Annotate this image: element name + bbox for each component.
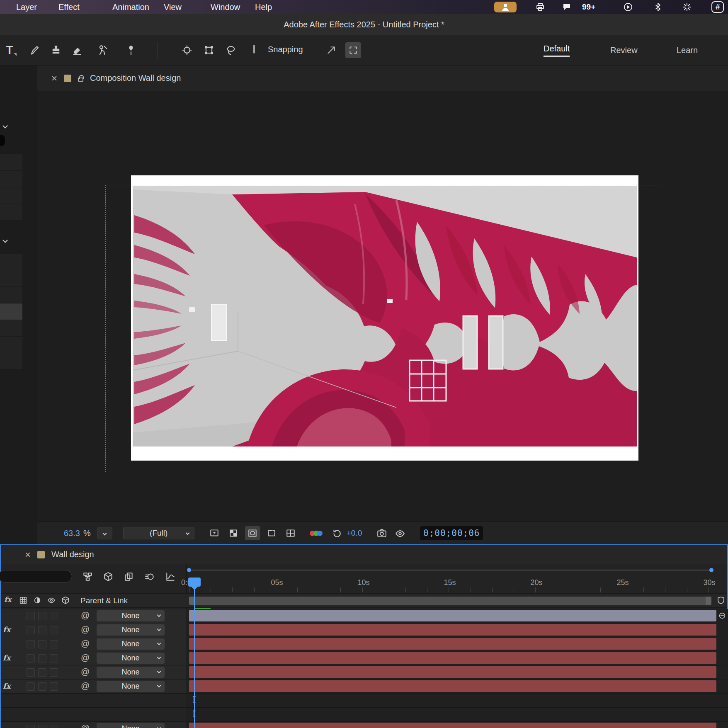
panel-chevron-down[interactable] bbox=[3, 122, 7, 129]
snapshot-button[interactable] bbox=[374, 526, 389, 540]
bluetooth-icon[interactable] bbox=[653, 2, 662, 12]
layer-switch[interactable] bbox=[27, 668, 35, 677]
playhead-marker[interactable] bbox=[188, 578, 201, 587]
menu-layer[interactable]: Layer bbox=[16, 0, 37, 14]
layer-duration-bar[interactable] bbox=[189, 680, 716, 692]
snap-edges-button[interactable] bbox=[323, 42, 339, 58]
workspace-tab-default[interactable]: Default bbox=[544, 35, 570, 66]
crosshair-tool-button[interactable] bbox=[179, 42, 195, 58]
zoom-value[interactable]: 63.3 bbox=[64, 529, 80, 538]
channels-button[interactable] bbox=[310, 531, 323, 536]
fx-switch[interactable]: fx bbox=[3, 682, 10, 690]
layer-duration-bar[interactable] bbox=[189, 652, 716, 664]
parent-dropdown[interactable]: None bbox=[97, 638, 165, 650]
menu-view[interactable]: View bbox=[164, 0, 182, 14]
parent-pickwhip-icon[interactable]: @ bbox=[81, 610, 90, 620]
current-timecode[interactable]: 0;00;00;06 bbox=[420, 526, 483, 540]
layer-switch[interactable] bbox=[38, 668, 46, 677]
layer-switch[interactable] bbox=[50, 612, 58, 620]
lock-icon[interactable] bbox=[78, 78, 83, 82]
layer-switch[interactable] bbox=[38, 682, 46, 691]
hash-menu-icon[interactable]: # bbox=[711, 1, 724, 13]
lasso-tool-button[interactable] bbox=[223, 42, 239, 58]
layer-switch[interactable] bbox=[50, 725, 58, 728]
layer-switch[interactable] bbox=[38, 626, 46, 634]
playhead-line[interactable] bbox=[194, 587, 195, 728]
workspace-tab-review[interactable]: Review bbox=[610, 35, 638, 66]
parent-pickwhip-icon[interactable]: @ bbox=[81, 638, 90, 648]
close-tab-icon[interactable]: × bbox=[51, 73, 57, 83]
layer-duration-bar[interactable] bbox=[189, 624, 716, 636]
layer-duration-bar[interactable] bbox=[189, 610, 716, 621]
resolution-dropdown[interactable]: (Full) bbox=[123, 527, 194, 539]
printer-icon[interactable] bbox=[536, 2, 545, 12]
zoom-dropdown[interactable] bbox=[97, 527, 112, 539]
layer-switch[interactable] bbox=[50, 626, 58, 634]
panel-grip[interactable] bbox=[0, 135, 5, 146]
exposure-value[interactable]: +0.0 bbox=[347, 529, 362, 538]
fx-switch[interactable]: fx bbox=[3, 625, 10, 634]
blend-mode-column-icon[interactable] bbox=[33, 596, 41, 604]
eraser-tool-button[interactable] bbox=[69, 42, 85, 58]
layer-duration-bar[interactable] bbox=[189, 638, 716, 650]
navigator-end-handle[interactable] bbox=[709, 568, 713, 572]
reset-exposure-button[interactable] bbox=[329, 526, 344, 540]
layer-duration-bar[interactable] bbox=[189, 666, 716, 678]
draft-3d-button[interactable] bbox=[103, 572, 113, 582]
timeline-navigator[interactable] bbox=[189, 570, 711, 570]
type-tool-button[interactable]: T bbox=[2, 42, 17, 58]
collapse-transformations-icon[interactable] bbox=[718, 612, 726, 620]
layer-switch[interactable] bbox=[38, 654, 46, 662]
parent-dropdown[interactable]: None bbox=[97, 681, 165, 692]
toggle-mask-button[interactable] bbox=[245, 526, 260, 540]
snap-frame-button[interactable] bbox=[345, 42, 361, 58]
layer-switch[interactable] bbox=[38, 612, 46, 620]
layer-switch[interactable] bbox=[27, 612, 35, 620]
grid-column-icon[interactable] bbox=[19, 596, 27, 604]
timeline-tab-bar[interactable]: × Wall design bbox=[1, 545, 727, 564]
layer-switch[interactable] bbox=[38, 640, 46, 648]
navigator-start-handle[interactable] bbox=[187, 568, 191, 572]
composition-tab-title[interactable]: Composition Wall design bbox=[90, 73, 181, 83]
comp-marker-bin-icon[interactable] bbox=[716, 596, 726, 605]
show-snapshot-button[interactable] bbox=[393, 526, 408, 540]
region-of-interest-button[interactable] bbox=[264, 526, 279, 540]
parent-pickwhip-icon[interactable]: @ bbox=[81, 624, 90, 634]
fx-column-icon[interactable]: fx bbox=[4, 595, 11, 604]
parent-dropdown[interactable]: None bbox=[97, 610, 165, 621]
layer-switch[interactable] bbox=[27, 640, 35, 648]
motion-blur-button[interactable] bbox=[145, 572, 155, 582]
parent-dropdown[interactable]: None bbox=[97, 723, 165, 728]
layer-switch[interactable] bbox=[27, 654, 35, 662]
quality-column-icon[interactable] bbox=[47, 596, 56, 604]
track-points-tool-button[interactable] bbox=[201, 42, 217, 58]
work-area-end-handle[interactable] bbox=[706, 597, 711, 605]
parent-pickwhip-icon[interactable]: @ bbox=[81, 653, 90, 662]
screen-share-indicator[interactable] bbox=[494, 2, 517, 12]
layer-switch[interactable] bbox=[27, 725, 35, 728]
frame-blending-button[interactable] bbox=[124, 572, 134, 582]
brush-tool-button[interactable] bbox=[27, 42, 43, 58]
graph-editor-button[interactable] bbox=[165, 572, 175, 582]
transparency-grid-button[interactable] bbox=[226, 526, 241, 540]
comp-mini-flowchart-button[interactable] bbox=[83, 572, 92, 582]
timeline-tab-title[interactable]: Wall design bbox=[51, 550, 94, 559]
work-area-bar[interactable] bbox=[189, 597, 711, 605]
parent-pickwhip-icon[interactable]: @ bbox=[81, 723, 90, 728]
layer-switch[interactable] bbox=[38, 725, 46, 728]
layer-switch[interactable] bbox=[50, 654, 58, 662]
close-tab-icon[interactable]: × bbox=[25, 550, 31, 560]
menu-window[interactable]: Window bbox=[211, 0, 240, 14]
fan-icon[interactable] bbox=[682, 2, 692, 12]
composition-tab-bar[interactable]: × Composition Wall design bbox=[37, 66, 728, 91]
panel-chevron-down-2[interactable] bbox=[3, 236, 7, 244]
workspace-tab-learn[interactable]: Learn bbox=[677, 35, 698, 66]
roto-brush-tool-button[interactable] bbox=[95, 42, 111, 58]
chat-bubble-icon[interactable] bbox=[562, 2, 571, 12]
snapping-checkbox[interactable] bbox=[253, 46, 255, 53]
parent-link-header[interactable]: Parent & Link bbox=[80, 594, 128, 607]
layer-switch[interactable] bbox=[27, 682, 35, 691]
layer-switch[interactable] bbox=[50, 640, 58, 648]
play-circle-icon[interactable] bbox=[624, 2, 633, 12]
fx-switch[interactable]: fx bbox=[3, 653, 10, 662]
